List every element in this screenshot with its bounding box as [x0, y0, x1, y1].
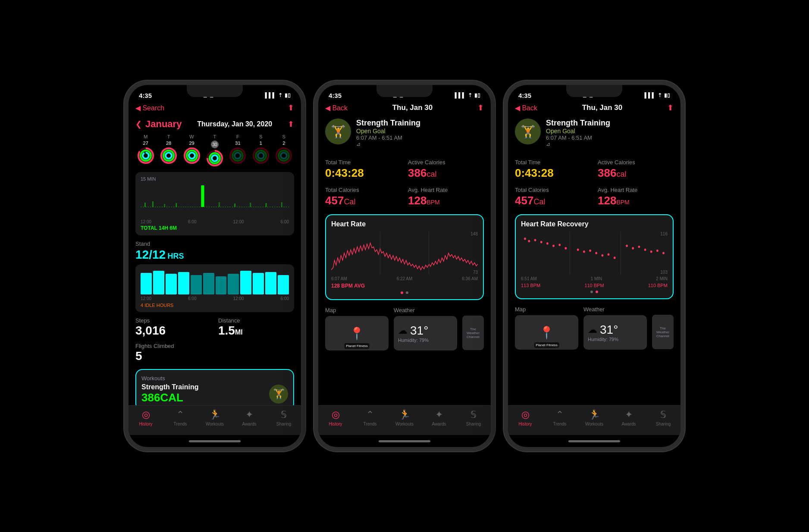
- flights-value: 5: [135, 349, 294, 363]
- tab-sharing-1[interactable]: 𝕊 Sharing: [267, 409, 301, 426]
- svg-rect-36: [152, 201, 154, 207]
- workout-goal-3: Open Goal: [546, 128, 674, 135]
- tab-trends-1[interactable]: ⌃ Trends: [163, 409, 198, 426]
- map-weather-row-3: Map 📍 Planet Fitness Weather ☁: [515, 306, 674, 350]
- map-label-3: Map: [515, 306, 578, 313]
- weather-display-2: ☁ 31° Humidity: 79%: [394, 316, 457, 350]
- tab-awards-1[interactable]: ✦ Awards: [232, 409, 267, 426]
- weather-icon-row-3: ☁ 31°: [588, 323, 643, 337]
- weather-channel-thumb-2: The Weather Channel: [462, 307, 484, 350]
- tab-trends-3[interactable]: ⌃ Trends: [542, 409, 577, 426]
- workout-header-3: 🏋 Strength Training Open Goal 6:07 AM - …: [515, 119, 674, 152]
- tab-history-3[interactable]: ◎ History: [508, 409, 542, 426]
- trends-label-2: Trends: [364, 422, 377, 426]
- workout-time-3: 6:07 AM - 6:51 AM: [546, 135, 674, 141]
- home-bar-3: [568, 440, 620, 442]
- weather-section-2: Weather ☁ 31° Humidity: 79%: [394, 307, 457, 350]
- weather-humidity-2: Humidity: 79%: [398, 338, 453, 343]
- workouts-card[interactable]: Workouts Strength Training 386CAL 🏋: [135, 369, 294, 405]
- flights-section: Flights Climbed 5: [135, 343, 294, 363]
- tab-history-2[interactable]: ◎ History: [318, 409, 353, 426]
- workout-name: Strength Training: [141, 383, 198, 391]
- hr-chart-card-2: Heart Rate 148 73 6:07 AM: [325, 214, 484, 300]
- stand-bar-10: [265, 272, 276, 294]
- day-col-5[interactable]: S 1: [251, 134, 271, 167]
- activity-ring-3: [206, 150, 223, 167]
- tab-bar-2: ◎ History ⌃ Trends 🏃 Workouts ✦ Awards 𝕊: [318, 405, 491, 435]
- stat-hr-2: Avg. Heart Rate 128BPM: [408, 187, 484, 207]
- sharing-icon-1: 𝕊: [281, 409, 287, 420]
- stand-bar-6: [216, 276, 227, 294]
- share-month-icon[interactable]: ⬆: [288, 119, 294, 129]
- svg-rect-38: [176, 203, 177, 207]
- home-bar-2: [379, 440, 430, 442]
- activity-ring-2: [183, 147, 201, 164]
- home-bar-1: [189, 440, 241, 442]
- workouts-label-1: Workouts: [206, 422, 224, 426]
- map-thumb-2[interactable]: 📍 Planet Fitness: [325, 316, 389, 350]
- day-col-1[interactable]: T 28: [158, 134, 179, 167]
- stand-bar-4: [191, 275, 202, 294]
- tab-sharing-3[interactable]: 𝕊 Sharing: [646, 409, 680, 426]
- awards-label-3: Awards: [621, 422, 636, 426]
- stat-total-time-3: Total Time 0:43:28: [515, 159, 591, 180]
- home-indicator-1: [129, 435, 301, 447]
- tab-workouts-1[interactable]: 🏃 Workouts: [198, 409, 232, 426]
- dot-indicator-3: [521, 291, 668, 293]
- status-time-3: 4:35: [518, 92, 531, 99]
- tab-trends-2[interactable]: ⌃ Trends: [353, 409, 387, 426]
- activity-ring-5: [252, 147, 270, 164]
- nav-back-1[interactable]: ◀ Search: [135, 104, 164, 112]
- date-full: Thursday, Jan 30, 2020: [197, 120, 272, 128]
- nav-back-2[interactable]: ◀ Back: [325, 104, 348, 112]
- svg-point-54: [577, 248, 579, 251]
- svg-point-62: [632, 247, 634, 250]
- tab-workouts-3[interactable]: 🏃 Workouts: [577, 409, 611, 426]
- hr-val-0-3: 113 BPM: [521, 283, 540, 288]
- trends-label-1: Trends: [174, 422, 187, 426]
- battery-icon-3: ▮▯: [664, 92, 670, 98]
- chevron-left-icon[interactable]: ❮: [135, 119, 142, 129]
- sleep-chart-area: [141, 183, 289, 218]
- tab-workouts-2[interactable]: 🏃 Workouts: [387, 409, 422, 426]
- tab-sharing-2[interactable]: 𝕊 Sharing: [456, 409, 491, 426]
- map-label-2: Map: [325, 307, 389, 313]
- svg-point-17: [189, 153, 195, 159]
- tab-bar-1: ◎ History ⌃ Trends 🏃 Workouts ✦ Awards 𝕊: [129, 405, 301, 435]
- hr-recovery-vals-3: 113 BPM 110 BPM 110 BPM: [521, 283, 668, 288]
- content-1: ❮ January Thursday, Jan 30, 2020 ⬆ M 27: [129, 115, 301, 405]
- signal-icon-1: ▌▌▌: [265, 92, 276, 98]
- day-col-6[interactable]: S 2: [274, 134, 294, 167]
- battery-icon-2: ▮▯: [474, 92, 480, 98]
- hr-recovery-min-3: 103: [660, 270, 668, 275]
- stand-time-labels: 12:00 6:00 12:00 6:00: [141, 296, 289, 301]
- hr-recovery-time-row-3: 6:51 AM 1 MIN 2 MIN: [521, 276, 668, 281]
- weather-channel-thumb-3: The Weather Channel: [652, 306, 674, 350]
- tab-awards-2[interactable]: ✦ Awards: [422, 409, 456, 426]
- awards-icon-1: ✦: [245, 409, 253, 420]
- stand-bar-2: [166, 274, 177, 294]
- weather-icon-row-2: ☁ 31°: [398, 324, 453, 338]
- share-icon-2[interactable]: ⬆: [477, 103, 484, 113]
- day-col-2[interactable]: W 29: [182, 134, 202, 167]
- workout-info-left: Strength Training 386CAL: [141, 383, 198, 404]
- stats-grid-2: Total Time 0:43:28 Active Calories 386ca…: [325, 159, 484, 207]
- tab-awards-3[interactable]: ✦ Awards: [611, 409, 646, 426]
- svg-point-53: [565, 247, 567, 250]
- weather-temp-3: 31°: [600, 323, 618, 337]
- month-header: ❮ January Thursday, Jan 30, 2020 ⬆: [135, 119, 294, 130]
- svg-point-61: [626, 245, 628, 247]
- sharing-label-3: Sharing: [656, 422, 671, 426]
- share-icon-3[interactable]: ⬆: [667, 103, 674, 113]
- stat-total-time-value-2: 0:43:28: [325, 166, 401, 180]
- map-thumb-3[interactable]: 📍 Planet Fitness: [515, 315, 578, 350]
- sharing-label-2: Sharing: [466, 422, 481, 426]
- tab-history-1[interactable]: ◎ History: [129, 409, 163, 426]
- notch-1: [187, 85, 243, 97]
- nav-back-3[interactable]: ◀ Back: [515, 104, 537, 112]
- day-col-0[interactable]: M 27: [135, 134, 156, 167]
- day-col-4[interactable]: F 31: [228, 134, 248, 167]
- nav-bar-1: ◀ Search ⬆: [129, 102, 301, 115]
- share-icon-1[interactable]: ⬆: [288, 103, 294, 113]
- day-col-3[interactable]: T 30: [204, 134, 225, 167]
